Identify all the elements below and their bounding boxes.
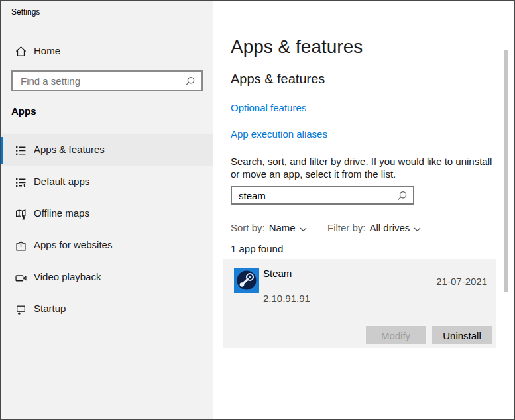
apps-for-websites-icon xyxy=(15,240,27,254)
scrollbar-thumb[interactable] xyxy=(504,50,508,292)
default-apps-icon xyxy=(15,177,27,191)
window-title: Settings xyxy=(11,7,40,17)
app-version: 2.10.91.91 xyxy=(263,293,310,304)
sidebar-item-label: Home xyxy=(34,45,60,56)
sidebar-section-header: Apps xyxy=(11,105,36,117)
description-text: Search, sort, and filter by drive. If yo… xyxy=(231,155,494,180)
filter-by-label: Filter by: xyxy=(327,222,366,233)
sidebar-item-label: Offline maps xyxy=(34,207,89,219)
sidebar-item-label: Apps for websites xyxy=(34,239,112,250)
result-count: 1 app found xyxy=(231,243,283,254)
app-name: Steam xyxy=(263,268,292,279)
app-list-item-steam[interactable]: Steam 21-07-2021 2.10.91.91 Modify Unins… xyxy=(223,259,496,348)
sidebar-item-label: Startup xyxy=(34,303,66,314)
settings-window: Settings Home Apps Apps & features xyxy=(0,0,515,420)
filter-by-dropdown[interactable]: Filter by: All drives xyxy=(327,221,421,234)
sidebar-item-label: Default apps xyxy=(34,176,89,187)
sidebar: Settings Home Apps Apps & features xyxy=(1,1,213,419)
sidebar-item-home[interactable]: Home xyxy=(1,40,213,63)
sidebar-search-box xyxy=(11,70,203,91)
sort-by-value: Name xyxy=(269,222,296,233)
uninstall-button[interactable]: Uninstall xyxy=(432,326,492,344)
steam-app-icon xyxy=(234,268,259,293)
sidebar-search-input[interactable] xyxy=(13,72,201,90)
sidebar-item-default-apps[interactable]: Default apps xyxy=(1,166,213,198)
sidebar-item-label: Apps & features xyxy=(34,144,105,155)
sort-by-label: Sort by: xyxy=(231,222,265,233)
sort-by-dropdown[interactable]: Sort by: Name xyxy=(231,221,307,234)
chevron-down-icon xyxy=(300,223,307,234)
chevron-down-icon xyxy=(414,223,421,234)
sidebar-item-apps-for-websites[interactable]: Apps for websites xyxy=(1,230,213,262)
search-icon[interactable] xyxy=(185,76,196,89)
search-icon[interactable] xyxy=(397,191,408,204)
startup-icon xyxy=(15,304,27,318)
optional-features-link[interactable]: Optional features xyxy=(231,102,306,113)
app-install-date: 21-07-2021 xyxy=(436,276,487,287)
main-content: Apps & features Apps & features Optional… xyxy=(213,1,514,419)
sidebar-item-offline-maps[interactable]: Offline maps xyxy=(1,198,213,230)
app-search-box xyxy=(231,186,414,205)
page-title: Apps & features xyxy=(231,36,363,58)
home-icon xyxy=(15,46,27,60)
video-playback-icon xyxy=(15,272,27,286)
sidebar-item-startup[interactable]: Startup xyxy=(1,293,213,325)
sidebar-item-video-playback[interactable]: Video playback xyxy=(1,262,213,293)
modify-button[interactable]: Modify xyxy=(366,326,426,344)
app-execution-aliases-link[interactable]: App execution aliases xyxy=(231,129,327,140)
apps-features-icon xyxy=(15,145,27,159)
sidebar-item-apps-features[interactable]: Apps & features xyxy=(1,134,213,166)
offline-maps-icon xyxy=(15,209,27,223)
filter-by-value: All drives xyxy=(370,222,410,233)
section-title: Apps & features xyxy=(231,72,325,87)
sidebar-nav: Apps & features Default apps Offline map… xyxy=(1,134,213,325)
selected-accent-bar xyxy=(1,137,3,164)
sidebar-item-label: Video playback xyxy=(34,271,101,282)
app-search-input[interactable] xyxy=(232,187,413,203)
